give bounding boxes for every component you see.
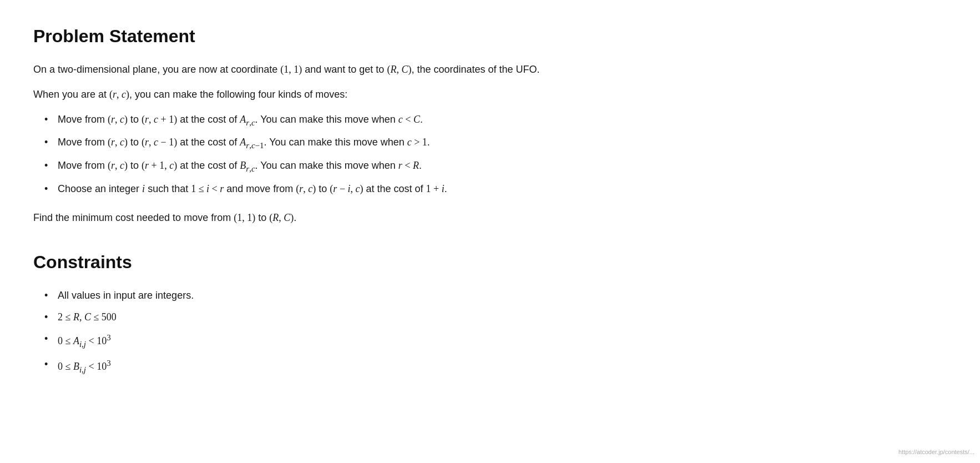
problem-statement-section: Problem Statement On a two-dimensional p… [33, 22, 947, 226]
move-item-1: Move from (r, c) to (r, c + 1) at the co… [44, 112, 947, 129]
constraints-title: Constraints [33, 248, 947, 276]
move-item-4: Choose an integer i such that 1 ≤ i < r … [44, 181, 947, 197]
problem-intro-line2: When you are at (r, c), you can make the… [33, 87, 947, 103]
constraint-item-1: All values in input are integers. [44, 288, 947, 304]
problem-title: Problem Statement [33, 22, 947, 51]
constraint-item-4: 0 ≤ Bi,j < 103 [44, 356, 947, 376]
problem-conclusion: Find the minimum cost needed to move fro… [33, 210, 947, 226]
constraint-item-3: 0 ≤ Ai,j < 103 [44, 331, 947, 351]
math-coord-start: (1, 1) [280, 64, 302, 75]
math-coord-rc: (R, C) [387, 64, 411, 75]
constraint-item-2: 2 ≤ R, C ≤ 500 [44, 309, 947, 325]
math-coord-rc-small: (r, c) [109, 89, 129, 100]
move-item-2: Move from (r, c) to (r, c − 1) at the co… [44, 134, 947, 152]
moves-list: Move from (r, c) to (r, c + 1) at the co… [33, 112, 947, 197]
constraints-list: All values in input are integers. 2 ≤ R,… [33, 288, 947, 376]
constraints-section: Constraints All values in input are inte… [33, 248, 947, 376]
problem-intro-line1: On a two-dimensional plane, you are now … [33, 62, 947, 78]
move-item-3: Move from (r, c) to (r + 1, c) at the co… [44, 158, 947, 175]
